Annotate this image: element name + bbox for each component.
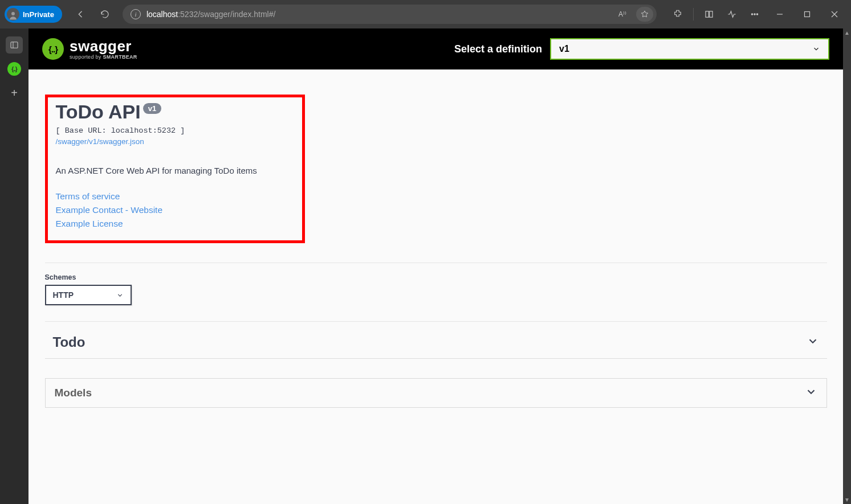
swagger-brand[interactable]: {..} swagger supported by SMARTBEAR xyxy=(42,38,137,60)
schemes-label: Schemes xyxy=(45,273,827,281)
profile-avatar-icon xyxy=(7,8,19,21)
vertical-tabs-rail: {..} + xyxy=(0,28,28,504)
favorite-button[interactable] xyxy=(636,7,653,22)
inprivate-badge[interactable]: InPrivate xyxy=(5,6,62,23)
spec-link[interactable]: /swagger/v1/swagger.json xyxy=(56,137,144,146)
more-menu-icon[interactable] xyxy=(744,3,766,25)
svg-rect-1 xyxy=(706,11,709,18)
separator xyxy=(693,8,694,21)
extensions-icon[interactable] xyxy=(667,3,689,25)
models-section[interactable]: Models xyxy=(45,378,827,408)
schemes-select[interactable]: HTTP xyxy=(45,285,132,305)
performance-icon[interactable] xyxy=(721,3,743,25)
window-close-button[interactable] xyxy=(821,3,848,26)
browser-titlebar: InPrivate i localhost:5232/swagger/index… xyxy=(0,0,851,28)
api-title: ToDo API v1 xyxy=(56,101,294,123)
svg-point-5 xyxy=(756,14,758,15)
site-info-icon[interactable]: i xyxy=(131,9,141,19)
url-host: localhost xyxy=(146,10,178,19)
api-description: An ASP.NET Core Web API for managing ToD… xyxy=(56,166,294,175)
svg-point-4 xyxy=(754,14,755,15)
schemes-value: HTTP xyxy=(53,290,74,300)
base-url: [ Base URL: localhost:5232 ] xyxy=(56,126,294,135)
address-bar[interactable]: i localhost:5232/swagger/index.html#/ A⁾… xyxy=(123,5,657,24)
tag-name: Todo xyxy=(53,334,85,350)
definition-value: v1 xyxy=(559,44,569,54)
swagger-favicon-icon: {..} xyxy=(7,62,21,76)
api-title-text: ToDo API xyxy=(56,101,141,123)
chevron-down-icon xyxy=(807,335,819,350)
models-title: Models xyxy=(55,387,92,399)
url-text: localhost:5232/swagger/index.html#/ xyxy=(146,10,609,19)
license-link[interactable]: Example License xyxy=(56,219,294,229)
svg-point-0 xyxy=(11,12,15,15)
plus-icon: + xyxy=(11,87,18,100)
page-content: {..} swagger supported by SMARTBEAR Sele… xyxy=(28,28,843,504)
read-aloud-icon[interactable]: A⁾⁾ xyxy=(614,3,630,25)
svg-rect-7 xyxy=(11,42,18,48)
svg-rect-6 xyxy=(805,12,810,17)
svg-rect-2 xyxy=(710,11,712,18)
svg-point-3 xyxy=(751,14,752,15)
swagger-wordmark: swagger xyxy=(70,39,137,54)
scroll-down-icon[interactable]: ▼ xyxy=(844,495,850,504)
inprivate-label: InPrivate xyxy=(23,10,54,19)
tab-swagger[interactable]: {..} xyxy=(6,60,23,77)
url-rest: :5232/swagger/index.html#/ xyxy=(178,10,275,19)
vertical-tabs-toggle[interactable] xyxy=(6,36,23,54)
tag-section-todo[interactable]: Todo xyxy=(45,322,827,359)
scrollbar[interactable]: ▲ ▼ xyxy=(843,28,851,504)
refresh-button[interactable] xyxy=(94,3,116,25)
window-minimize-button[interactable] xyxy=(767,3,793,26)
definition-select[interactable]: v1 xyxy=(550,38,829,60)
window-maximize-button[interactable] xyxy=(794,3,820,26)
scroll-up-icon[interactable]: ▲ xyxy=(844,28,850,37)
swagger-logo-icon: {..} xyxy=(42,38,64,60)
swagger-subtitle: supported by SMARTBEAR xyxy=(70,55,137,60)
terms-link[interactable]: Terms of service xyxy=(56,191,294,202)
back-button[interactable] xyxy=(70,3,92,25)
chevron-down-icon xyxy=(116,292,124,299)
chevron-down-icon xyxy=(805,386,817,400)
contact-link[interactable]: Example Contact - Website xyxy=(56,205,294,215)
titlebar-right xyxy=(667,3,848,26)
chevron-down-icon xyxy=(812,45,820,53)
new-tab-button[interactable]: + xyxy=(6,84,23,101)
collections-icon[interactable] xyxy=(698,3,720,25)
definition-label: Select a definition xyxy=(454,43,542,55)
api-version-badge: v1 xyxy=(143,103,161,114)
info-highlight-box: ToDo API v1 [ Base URL: localhost:5232 ]… xyxy=(45,95,305,243)
swagger-topbar: {..} swagger supported by SMARTBEAR Sele… xyxy=(28,28,843,69)
